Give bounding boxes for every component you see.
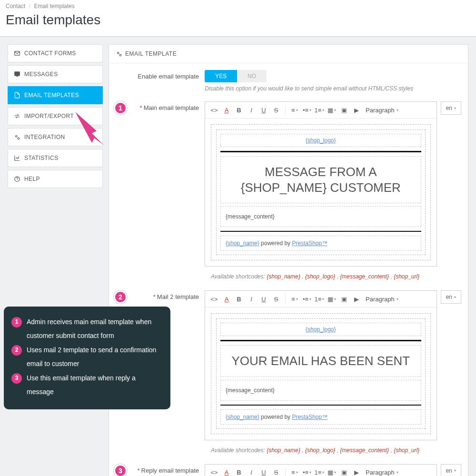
editor-toolbar: <> A B I U S ≡ •≡ 1≡ ▦ ▣ ▶: [205, 102, 436, 119]
bullet-list-icon[interactable]: •≡: [302, 294, 312, 304]
main-template-label: Main email template: [144, 104, 199, 111]
font-color-icon[interactable]: A: [221, 467, 232, 476]
enable-label: Enable email template: [116, 70, 199, 92]
underline-icon[interactable]: U: [258, 105, 269, 115]
sidebar-item-integration[interactable]: INTEGRATION: [8, 128, 103, 146]
bold-icon[interactable]: B: [234, 467, 244, 476]
code-icon[interactable]: <>: [209, 294, 219, 304]
sidebar: CONTACT FORMS MESSAGES EMAIL TEMPLATES I…: [8, 44, 103, 476]
required-asterisk: *: [153, 293, 156, 300]
sidebar-item-statistics[interactable]: STATISTICS: [8, 149, 103, 167]
required-asterisk: *: [140, 104, 142, 111]
sidebar-item-label: STATISTICS: [24, 155, 59, 161]
shortcodes-2: Available shortcodes: {shop_name} , {sho…: [204, 447, 468, 457]
lang-dropdown[interactable]: en: [441, 290, 461, 304]
content-panel: EMAIL TEMPLATE Enable email template YES…: [109, 44, 468, 476]
sidebar-item-contact-forms[interactable]: CONTACT FORMS: [8, 44, 103, 62]
reply-template-label: Reply email template: [141, 467, 199, 474]
align-icon[interactable]: ≡: [289, 294, 300, 304]
editor-main[interactable]: <> A B I U S ≡ •≡ 1≡ ▦ ▣ ▶: [205, 101, 437, 267]
legend-text-3: Use this email template when reply a mes…: [27, 371, 163, 399]
code-icon[interactable]: <>: [209, 467, 219, 476]
bullet-list-icon[interactable]: •≡: [302, 105, 312, 115]
lang-dropdown[interactable]: en: [441, 464, 461, 476]
font-color-icon[interactable]: A: [221, 105, 232, 115]
sidebar-item-messages[interactable]: MESSAGES: [8, 65, 103, 83]
editor-reply[interactable]: <> A B I U S ≡ •≡ 1≡ ▦ ▣ ▶: [205, 464, 437, 476]
image-icon[interactable]: ▣: [339, 467, 349, 476]
table-icon[interactable]: ▦: [327, 294, 337, 304]
breadcrumb-contact[interactable]: Contact: [6, 3, 25, 10]
badge-1: 1: [114, 101, 127, 115]
sidebar-item-help[interactable]: HELP: [8, 170, 103, 188]
tpl-logo: {shop_logo}: [220, 323, 421, 336]
editor-toolbar: <> A B I U S ≡ •≡ 1≡ ▦ ▣ ▶: [205, 465, 436, 476]
sidebar-item-import-export[interactable]: IMPORT/EXPORT: [8, 107, 103, 125]
table-icon[interactable]: ▦: [327, 467, 337, 476]
paragraph-dropdown[interactable]: Paragraph: [364, 469, 400, 476]
help-icon: [14, 176, 20, 182]
legend-badge-1: 1: [11, 317, 22, 327]
sidebar-item-label: INTEGRATION: [24, 134, 65, 140]
italic-icon[interactable]: I: [246, 294, 257, 304]
bold-icon[interactable]: B: [234, 105, 244, 115]
sidebar-item-label: EMAIL TEMPLATES: [24, 92, 79, 99]
strike-icon[interactable]: S: [271, 294, 281, 304]
align-icon[interactable]: ≡: [289, 467, 300, 476]
number-list-icon[interactable]: 1≡: [314, 105, 325, 115]
tpl-footer: {shop_name} powered by PrestaShop™: [220, 409, 421, 425]
number-list-icon[interactable]: 1≡: [314, 294, 325, 304]
italic-icon[interactable]: I: [246, 467, 257, 476]
required-asterisk: *: [138, 467, 140, 474]
editor-body[interactable]: {shop_logo} YOUR EMAIL HAS BEEN SENT {me…: [205, 307, 436, 440]
bullet-list-icon[interactable]: •≡: [302, 467, 312, 476]
sidebar-item-label: HELP: [24, 176, 40, 182]
editor-mail2[interactable]: <> A B I U S ≡ •≡ 1≡ ▦ ▣ ▶: [205, 290, 437, 440]
chart-icon: [14, 155, 20, 161]
page-title: Email templates: [6, 12, 470, 28]
strike-icon[interactable]: S: [271, 105, 281, 115]
editor-body[interactable]: {shop_logo} MESSAGE FROM A {SHOP_NAME} C…: [205, 119, 436, 266]
svg-point-4: [118, 52, 119, 54]
number-list-icon[interactable]: 1≡: [314, 467, 325, 476]
image-icon[interactable]: ▣: [339, 105, 349, 115]
legend-text-1: Admin receives main email template when …: [27, 315, 163, 343]
paragraph-dropdown[interactable]: Paragraph: [364, 296, 400, 303]
shortcodes-1: Available shortcodes: {shop_name} , {sho…: [204, 273, 468, 284]
toggle-no[interactable]: NO: [237, 70, 267, 82]
paragraph-dropdown[interactable]: Paragraph: [364, 107, 400, 114]
svg-point-1: [16, 136, 18, 138]
breadcrumb: Contact / Email templates: [6, 3, 470, 10]
legend-overlay: 1Admin receives main email template when…: [4, 307, 170, 409]
code-icon[interactable]: <>: [209, 105, 219, 115]
strike-icon[interactable]: S: [271, 467, 281, 476]
toggle-yes[interactable]: YES: [205, 70, 237, 82]
font-color-icon[interactable]: A: [221, 294, 232, 304]
tpl-logo: {shop_logo}: [220, 134, 421, 147]
legend-badge-2: 2: [11, 345, 22, 356]
cogs-icon: [14, 134, 20, 140]
transfer-icon: [14, 113, 20, 119]
enable-toggle[interactable]: YES NO: [205, 70, 267, 82]
badge-2: 2: [114, 290, 127, 304]
underline-icon[interactable]: U: [258, 467, 269, 476]
tpl-message: {message_content}: [220, 206, 421, 227]
align-icon[interactable]: ≡: [289, 105, 300, 115]
video-icon[interactable]: ▶: [351, 467, 362, 476]
video-icon[interactable]: ▶: [351, 294, 362, 304]
underline-icon[interactable]: U: [258, 294, 269, 304]
enable-hint: Disable this option if you would like to…: [205, 85, 461, 92]
image-icon[interactable]: ▣: [339, 294, 349, 304]
italic-icon[interactable]: I: [246, 105, 257, 115]
sidebar-item-email-templates[interactable]: EMAIL TEMPLATES: [8, 86, 103, 104]
legend-text-2: Uses mail 2 template to send a confirmat…: [27, 343, 163, 371]
video-icon[interactable]: ▶: [351, 105, 362, 115]
bold-icon[interactable]: B: [234, 294, 244, 304]
envelope-icon: [14, 50, 20, 57]
sidebar-item-label: MESSAGES: [24, 71, 58, 78]
table-icon[interactable]: ▦: [327, 105, 337, 115]
lang-dropdown[interactable]: en: [441, 101, 461, 115]
panel-title: EMAIL TEMPLATE: [109, 45, 468, 63]
breadcrumb-current: Email templates: [34, 3, 74, 10]
svg-point-2: [18, 138, 20, 139]
